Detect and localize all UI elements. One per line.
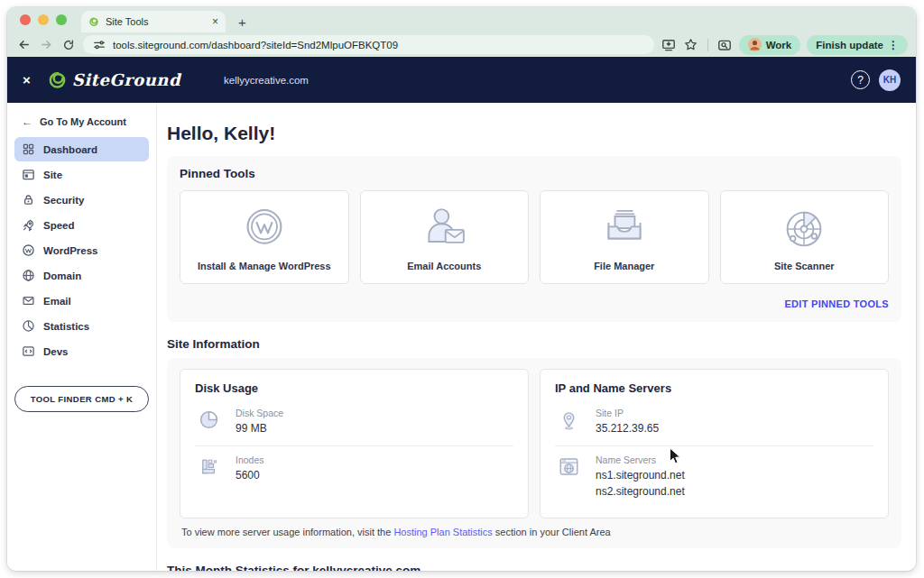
go-to-my-account-label: Go To My Account bbox=[40, 116, 126, 127]
tool-card-file-manager[interactable]: File Manager bbox=[540, 190, 709, 284]
ip-name-servers-card: IP and Name Servers Site IP 35.212.39.65 bbox=[540, 369, 889, 518]
browser-window: Site Tools × + tools.siteground.com/dash… bbox=[7, 7, 916, 571]
close-window-button[interactable] bbox=[20, 14, 31, 25]
screen: Site Tools × + tools.siteground.com/dash… bbox=[0, 0, 924, 578]
name-servers-row: Name Servers ns1.siteground.net ns2.site… bbox=[555, 450, 873, 509]
profile-avatar-icon bbox=[748, 38, 762, 51]
disk-space-row: Disk Space 99 MB bbox=[195, 403, 513, 445]
sidebar-item-label: WordPress bbox=[43, 245, 98, 256]
site-information-section: Disk Usage Disk Space 99 MB bbox=[167, 358, 901, 548]
siteground-logo-text: SiteGround bbox=[72, 70, 180, 89]
sidebar-item-devs[interactable]: Devs bbox=[14, 339, 149, 363]
tab-close-icon[interactable]: × bbox=[212, 15, 218, 28]
wordpress-logo-icon bbox=[239, 204, 290, 254]
main-content: Hello, Kelly! Pinned Tools Install & Man… bbox=[157, 103, 916, 571]
sidebar-item-statistics[interactable]: Statistics bbox=[14, 314, 149, 338]
zoom-window-button[interactable] bbox=[56, 14, 67, 25]
radar-icon bbox=[779, 204, 829, 254]
sidebar-item-speed[interactable]: Speed bbox=[14, 213, 149, 237]
browser-tab[interactable]: Site Tools × bbox=[81, 11, 226, 32]
profile-chip[interactable]: Work bbox=[739, 35, 801, 55]
finish-update-label: Finish update bbox=[816, 40, 883, 50]
sidebar-item-label: Devs bbox=[43, 346, 69, 357]
sidebar: ← Go To My Account Dashboard Site bbox=[7, 103, 157, 571]
traffic-lights bbox=[20, 7, 67, 32]
inodes-label: Inodes bbox=[236, 454, 264, 465]
user-avatar[interactable]: KH bbox=[879, 69, 901, 91]
bookmark-star-icon[interactable] bbox=[683, 37, 699, 53]
tool-card-email-accounts[interactable]: Email Accounts bbox=[360, 190, 530, 284]
code-icon bbox=[21, 344, 35, 359]
reload-icon[interactable] bbox=[60, 37, 77, 53]
siteground-favicon-icon bbox=[88, 16, 99, 27]
grid-icon bbox=[21, 142, 35, 157]
sidebar-item-label: Statistics bbox=[43, 321, 89, 332]
finish-update-button[interactable]: Finish update ⋮ bbox=[807, 35, 908, 55]
browser-toolbar: tools.siteground.com/dashboard?siteId=Sn… bbox=[7, 32, 916, 57]
footnote-text: section in your Client Area bbox=[493, 527, 611, 537]
app-body: ← Go To My Account Dashboard Site bbox=[7, 103, 916, 571]
send-to-device-icon[interactable] bbox=[661, 37, 677, 53]
sidebar-item-label: Dashboard bbox=[43, 144, 97, 155]
sidebar-item-label: Site bbox=[43, 170, 62, 180]
siteground-logo[interactable]: SiteGround bbox=[47, 69, 180, 90]
sidebar-item-dashboard[interactable]: Dashboard bbox=[14, 137, 149, 161]
pie-icon bbox=[195, 408, 222, 432]
back-arrow-icon: ← bbox=[22, 115, 32, 128]
name-servers-label: Name Servers bbox=[596, 454, 685, 465]
tool-finder-button[interactable]: TOOL FINDER CMD + K bbox=[14, 386, 150, 412]
ip-name-servers-title: IP and Name Servers bbox=[555, 381, 873, 395]
row-divider bbox=[195, 445, 513, 446]
back-icon[interactable] bbox=[15, 37, 32, 53]
tool-card-wordpress[interactable]: Install & Manage WordPress bbox=[180, 190, 349, 284]
address-bar[interactable]: tools.siteground.com/dashboard?siteId=Sn… bbox=[83, 35, 654, 54]
help-icon[interactable]: ? bbox=[851, 70, 870, 89]
current-site-name[interactable]: kellyycreative.com bbox=[224, 75, 309, 86]
month-statistics-heading: This Month Statistics for kellyycreative… bbox=[167, 564, 901, 571]
disk-usage-title: Disk Usage bbox=[195, 381, 513, 395]
person-envelope-icon bbox=[419, 204, 469, 254]
globe-icon bbox=[21, 269, 35, 283]
browser-window-icon bbox=[21, 168, 35, 182]
wordpress-icon bbox=[21, 243, 35, 258]
browser-menu-icon[interactable]: ⋮ bbox=[888, 39, 899, 51]
pinned-tools-title: Pinned Tools bbox=[180, 167, 889, 180]
tool-card-label: Install & Manage WordPress bbox=[198, 261, 331, 271]
go-to-my-account-link[interactable]: ← Go To My Account bbox=[7, 110, 156, 136]
disk-space-label: Disk Space bbox=[236, 408, 283, 418]
sidebar-item-domain[interactable]: Domain bbox=[14, 263, 149, 288]
tool-card-site-scanner[interactable]: Site Scanner bbox=[720, 190, 890, 284]
row-divider bbox=[555, 445, 873, 446]
site-ip-value: 35.212.39.65 bbox=[596, 421, 659, 436]
sidebar-item-wordpress[interactable]: WordPress bbox=[14, 238, 149, 262]
hosting-plan-statistics-link[interactable]: Hosting Plan Statistics bbox=[393, 527, 492, 537]
minimize-window-button[interactable] bbox=[38, 14, 49, 25]
sidebar-item-security[interactable]: Security bbox=[14, 188, 149, 212]
disk-usage-card: Disk Usage Disk Space 99 MB bbox=[180, 369, 529, 518]
toolbar-divider bbox=[707, 39, 708, 51]
name-server-1: ns1.siteground.net bbox=[596, 468, 685, 483]
tool-card-label: Site Scanner bbox=[774, 261, 835, 271]
pie-chart-icon bbox=[21, 319, 35, 334]
tab-title: Site Tools bbox=[106, 16, 206, 27]
edit-pinned-tools-link[interactable]: EDIT PINNED TOOLS bbox=[784, 298, 889, 309]
location-pin-icon bbox=[555, 408, 582, 432]
tab-search-icon[interactable] bbox=[716, 37, 733, 53]
disk-space-value: 99 MB bbox=[236, 421, 283, 436]
forward-icon[interactable] bbox=[38, 37, 54, 53]
inodes-row: Inodes 5600 bbox=[195, 450, 513, 492]
globe-window-icon bbox=[555, 454, 582, 479]
sidebar-item-email[interactable]: Email bbox=[14, 289, 149, 313]
inodes-value: 5600 bbox=[236, 468, 264, 483]
blocks-icon bbox=[195, 454, 222, 479]
tool-card-label: Email Accounts bbox=[407, 261, 481, 271]
new-tab-button[interactable]: + bbox=[238, 14, 246, 30]
site-ip-label: Site IP bbox=[596, 408, 659, 418]
sidebar-item-site[interactable]: Site bbox=[14, 162, 149, 187]
close-site-tools-icon[interactable]: × bbox=[23, 72, 31, 87]
siteground-logo-mark-icon bbox=[47, 69, 68, 90]
tab-strip: Site Tools × + bbox=[7, 7, 916, 32]
footnote-text: To view more server usage information, v… bbox=[181, 527, 393, 537]
site-settings-icon[interactable] bbox=[93, 39, 106, 51]
rocket-icon bbox=[21, 218, 35, 233]
